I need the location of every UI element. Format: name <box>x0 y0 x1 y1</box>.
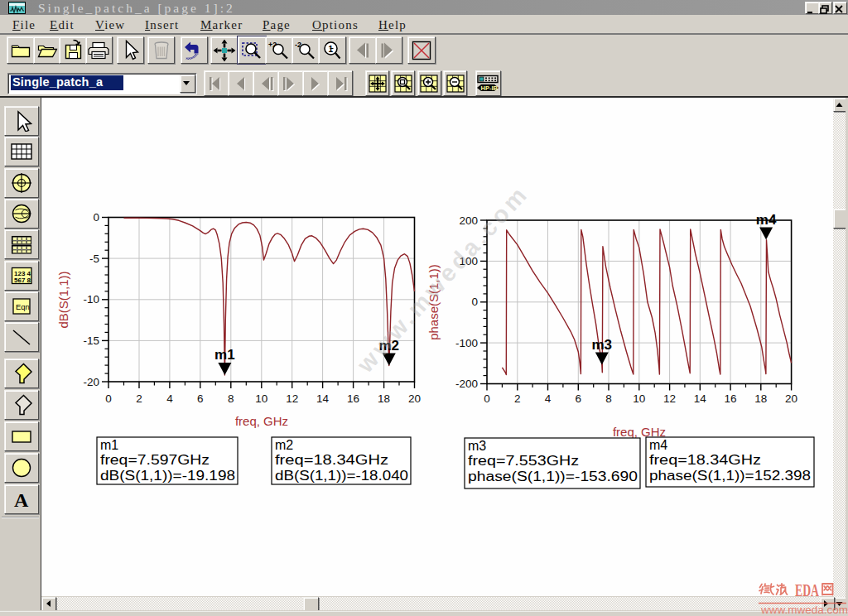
svg-text:6: 6 <box>576 392 582 405</box>
svg-text:10: 10 <box>255 392 267 405</box>
svg-text:-200: -200 <box>455 378 478 390</box>
svg-text:phase(S(1,1))=152.398: phase(S(1,1))=152.398 <box>649 469 811 483</box>
svg-text:m3: m3 <box>468 439 486 453</box>
svg-text:freq, GHz: freq, GHz <box>235 414 288 428</box>
svg-text:HP-IB: HP-IB <box>481 84 499 92</box>
svg-text:freq=7.553GHz: freq=7.553GHz <box>468 454 579 468</box>
svg-text:m2: m2 <box>275 438 293 452</box>
svg-text:0: 0 <box>105 392 112 405</box>
svg-text:2: 2 <box>514 392 521 405</box>
svg-text:567 8: 567 8 <box>14 277 31 284</box>
svg-text:0: 0 <box>93 211 99 224</box>
svg-text:dB(S(1,1)): dB(S(1,1)) <box>56 271 70 328</box>
svg-text:0: 0 <box>471 296 478 308</box>
svg-text:4: 4 <box>166 392 173 405</box>
svg-text:18: 18 <box>378 392 390 405</box>
svg-text:m1: m1 <box>100 438 118 452</box>
svg-text:Eqn: Eqn <box>16 302 30 311</box>
svg-text:m3: m3 <box>592 337 613 353</box>
svg-text:8: 8 <box>228 392 234 405</box>
svg-text:20: 20 <box>408 392 421 405</box>
svg-text:18: 18 <box>754 392 767 405</box>
svg-text:14: 14 <box>316 392 330 405</box>
svg-text:20: 20 <box>785 392 797 405</box>
svg-text:freq=7.597GHz: freq=7.597GHz <box>100 453 210 467</box>
svg-text:EDA: EDA <box>795 580 820 600</box>
svg-text:m4: m4 <box>756 212 777 228</box>
svg-text:freq=18.34GHz: freq=18.34GHz <box>649 453 761 467</box>
svg-text:-10: -10 <box>83 293 99 306</box>
svg-text:0: 0 <box>484 392 490 405</box>
svg-text:12: 12 <box>286 392 298 405</box>
svg-text:m1: m1 <box>214 347 235 363</box>
svg-text:www.mweda.com: www.mweda.com <box>760 604 848 616</box>
svg-text:16: 16 <box>347 392 359 405</box>
svg-text:A: A <box>14 489 29 510</box>
svg-text:-15: -15 <box>83 334 99 347</box>
svg-text:6: 6 <box>197 392 204 405</box>
svg-text:dB(S(1,1))=-18.040: dB(S(1,1))=-18.040 <box>275 469 408 483</box>
svg-text:freq=18.34GHz: freq=18.34GHz <box>275 453 388 467</box>
svg-text:14: 14 <box>694 392 707 405</box>
svg-text:-100: -100 <box>455 337 478 349</box>
svg-text:16: 16 <box>725 392 737 405</box>
svg-text:dB(S(1,1))=-19.198: dB(S(1,1))=-19.198 <box>100 469 235 483</box>
svg-text:4: 4 <box>545 392 552 405</box>
svg-text:10: 10 <box>633 392 645 405</box>
svg-text:phase(S(1,1))=-153.690: phase(S(1,1))=-153.690 <box>468 469 638 484</box>
svg-text:m4: m4 <box>649 438 667 452</box>
svg-text:12: 12 <box>663 392 676 405</box>
svg-text:8: 8 <box>605 392 612 405</box>
svg-text:2: 2 <box>136 392 142 405</box>
svg-text:-5: -5 <box>89 253 99 265</box>
svg-text:-20: -20 <box>83 376 99 388</box>
